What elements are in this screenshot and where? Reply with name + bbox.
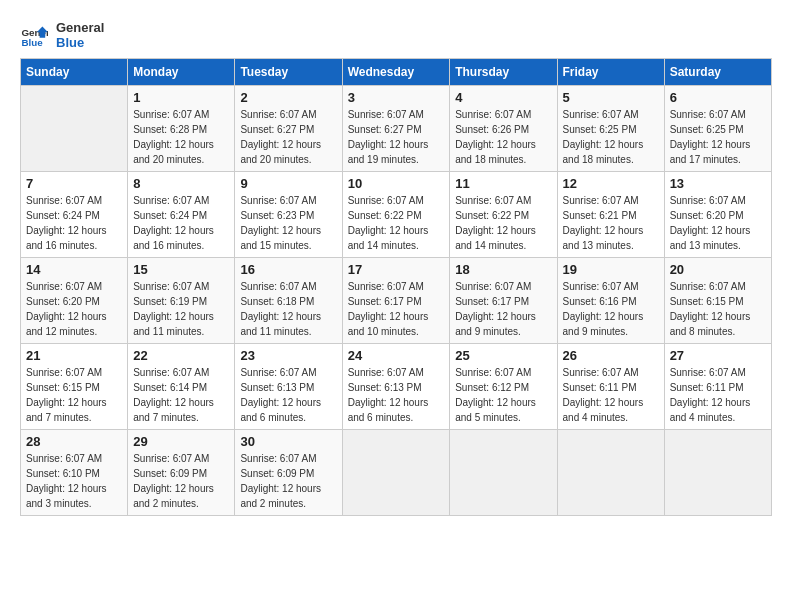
day-info: Sunrise: 6:07 AM Sunset: 6:25 PM Dayligh… [563, 107, 659, 167]
calendar-cell: 7Sunrise: 6:07 AM Sunset: 6:24 PM Daylig… [21, 172, 128, 258]
day-info: Sunrise: 6:07 AM Sunset: 6:20 PM Dayligh… [26, 279, 122, 339]
day-number: 12 [563, 176, 659, 191]
column-header-monday: Monday [128, 59, 235, 86]
calendar-cell: 2Sunrise: 6:07 AM Sunset: 6:27 PM Daylig… [235, 86, 342, 172]
calendar-cell: 22Sunrise: 6:07 AM Sunset: 6:14 PM Dayli… [128, 344, 235, 430]
calendar-week-row: 1Sunrise: 6:07 AM Sunset: 6:28 PM Daylig… [21, 86, 772, 172]
calendar-cell: 14Sunrise: 6:07 AM Sunset: 6:20 PM Dayli… [21, 258, 128, 344]
day-number: 28 [26, 434, 122, 449]
day-info: Sunrise: 6:07 AM Sunset: 6:09 PM Dayligh… [240, 451, 336, 511]
column-header-saturday: Saturday [664, 59, 771, 86]
day-number: 22 [133, 348, 229, 363]
day-number: 29 [133, 434, 229, 449]
day-info: Sunrise: 6:07 AM Sunset: 6:15 PM Dayligh… [670, 279, 766, 339]
day-number: 3 [348, 90, 445, 105]
calendar-cell: 17Sunrise: 6:07 AM Sunset: 6:17 PM Dayli… [342, 258, 450, 344]
day-number: 25 [455, 348, 551, 363]
day-number: 7 [26, 176, 122, 191]
day-info: Sunrise: 6:07 AM Sunset: 6:22 PM Dayligh… [348, 193, 445, 253]
day-info: Sunrise: 6:07 AM Sunset: 6:28 PM Dayligh… [133, 107, 229, 167]
calendar-cell: 13Sunrise: 6:07 AM Sunset: 6:20 PM Dayli… [664, 172, 771, 258]
day-number: 16 [240, 262, 336, 277]
day-number: 19 [563, 262, 659, 277]
day-number: 26 [563, 348, 659, 363]
day-info: Sunrise: 6:07 AM Sunset: 6:17 PM Dayligh… [348, 279, 445, 339]
day-info: Sunrise: 6:07 AM Sunset: 6:24 PM Dayligh… [26, 193, 122, 253]
calendar-cell: 18Sunrise: 6:07 AM Sunset: 6:17 PM Dayli… [450, 258, 557, 344]
day-number: 18 [455, 262, 551, 277]
calendar-cell [450, 430, 557, 516]
day-info: Sunrise: 6:07 AM Sunset: 6:27 PM Dayligh… [240, 107, 336, 167]
day-info: Sunrise: 6:07 AM Sunset: 6:13 PM Dayligh… [240, 365, 336, 425]
day-number: 27 [670, 348, 766, 363]
calendar-cell: 12Sunrise: 6:07 AM Sunset: 6:21 PM Dayli… [557, 172, 664, 258]
day-number: 11 [455, 176, 551, 191]
calendar-cell: 5Sunrise: 6:07 AM Sunset: 6:25 PM Daylig… [557, 86, 664, 172]
calendar-cell: 6Sunrise: 6:07 AM Sunset: 6:25 PM Daylig… [664, 86, 771, 172]
calendar-cell: 16Sunrise: 6:07 AM Sunset: 6:18 PM Dayli… [235, 258, 342, 344]
calendar-cell: 1Sunrise: 6:07 AM Sunset: 6:28 PM Daylig… [128, 86, 235, 172]
calendar-cell: 4Sunrise: 6:07 AM Sunset: 6:26 PM Daylig… [450, 86, 557, 172]
calendar-cell [664, 430, 771, 516]
calendar-cell: 9Sunrise: 6:07 AM Sunset: 6:23 PM Daylig… [235, 172, 342, 258]
day-number: 20 [670, 262, 766, 277]
day-number: 17 [348, 262, 445, 277]
logo-icon: General Blue [20, 21, 48, 49]
calendar-cell: 21Sunrise: 6:07 AM Sunset: 6:15 PM Dayli… [21, 344, 128, 430]
calendar-cell: 23Sunrise: 6:07 AM Sunset: 6:13 PM Dayli… [235, 344, 342, 430]
day-info: Sunrise: 6:07 AM Sunset: 6:11 PM Dayligh… [670, 365, 766, 425]
calendar-cell: 30Sunrise: 6:07 AM Sunset: 6:09 PM Dayli… [235, 430, 342, 516]
calendar-cell: 24Sunrise: 6:07 AM Sunset: 6:13 PM Dayli… [342, 344, 450, 430]
day-info: Sunrise: 6:07 AM Sunset: 6:12 PM Dayligh… [455, 365, 551, 425]
calendar-cell: 11Sunrise: 6:07 AM Sunset: 6:22 PM Dayli… [450, 172, 557, 258]
day-info: Sunrise: 6:07 AM Sunset: 6:21 PM Dayligh… [563, 193, 659, 253]
day-info: Sunrise: 6:07 AM Sunset: 6:27 PM Dayligh… [348, 107, 445, 167]
day-info: Sunrise: 6:07 AM Sunset: 6:17 PM Dayligh… [455, 279, 551, 339]
day-number: 4 [455, 90, 551, 105]
day-number: 6 [670, 90, 766, 105]
day-info: Sunrise: 6:07 AM Sunset: 6:15 PM Dayligh… [26, 365, 122, 425]
day-number: 9 [240, 176, 336, 191]
day-number: 14 [26, 262, 122, 277]
day-info: Sunrise: 6:07 AM Sunset: 6:20 PM Dayligh… [670, 193, 766, 253]
calendar-cell: 3Sunrise: 6:07 AM Sunset: 6:27 PM Daylig… [342, 86, 450, 172]
day-info: Sunrise: 6:07 AM Sunset: 6:25 PM Dayligh… [670, 107, 766, 167]
column-header-tuesday: Tuesday [235, 59, 342, 86]
svg-text:Blue: Blue [21, 37, 43, 48]
day-number: 21 [26, 348, 122, 363]
calendar-cell: 26Sunrise: 6:07 AM Sunset: 6:11 PM Dayli… [557, 344, 664, 430]
day-info: Sunrise: 6:07 AM Sunset: 6:22 PM Dayligh… [455, 193, 551, 253]
calendar-week-row: 7Sunrise: 6:07 AM Sunset: 6:24 PM Daylig… [21, 172, 772, 258]
day-number: 2 [240, 90, 336, 105]
day-info: Sunrise: 6:07 AM Sunset: 6:14 PM Dayligh… [133, 365, 229, 425]
day-info: Sunrise: 6:07 AM Sunset: 6:10 PM Dayligh… [26, 451, 122, 511]
calendar-cell: 28Sunrise: 6:07 AM Sunset: 6:10 PM Dayli… [21, 430, 128, 516]
day-info: Sunrise: 6:07 AM Sunset: 6:09 PM Dayligh… [133, 451, 229, 511]
column-header-wednesday: Wednesday [342, 59, 450, 86]
calendar-cell: 29Sunrise: 6:07 AM Sunset: 6:09 PM Dayli… [128, 430, 235, 516]
column-header-friday: Friday [557, 59, 664, 86]
day-info: Sunrise: 6:07 AM Sunset: 6:11 PM Dayligh… [563, 365, 659, 425]
day-number: 15 [133, 262, 229, 277]
header: General Blue General Blue [20, 20, 772, 50]
calendar-cell [557, 430, 664, 516]
calendar-cell: 25Sunrise: 6:07 AM Sunset: 6:12 PM Dayli… [450, 344, 557, 430]
day-number: 13 [670, 176, 766, 191]
calendar-cell: 20Sunrise: 6:07 AM Sunset: 6:15 PM Dayli… [664, 258, 771, 344]
calendar-week-row: 14Sunrise: 6:07 AM Sunset: 6:20 PM Dayli… [21, 258, 772, 344]
calendar-cell [342, 430, 450, 516]
calendar-cell: 8Sunrise: 6:07 AM Sunset: 6:24 PM Daylig… [128, 172, 235, 258]
day-info: Sunrise: 6:07 AM Sunset: 6:16 PM Dayligh… [563, 279, 659, 339]
calendar-cell: 27Sunrise: 6:07 AM Sunset: 6:11 PM Dayli… [664, 344, 771, 430]
logo: General Blue General Blue [20, 20, 104, 50]
calendar-cell [21, 86, 128, 172]
day-info: Sunrise: 6:07 AM Sunset: 6:13 PM Dayligh… [348, 365, 445, 425]
logo-general: General [56, 20, 104, 35]
column-header-sunday: Sunday [21, 59, 128, 86]
day-info: Sunrise: 6:07 AM Sunset: 6:24 PM Dayligh… [133, 193, 229, 253]
calendar-cell: 15Sunrise: 6:07 AM Sunset: 6:19 PM Dayli… [128, 258, 235, 344]
day-number: 23 [240, 348, 336, 363]
calendar-table: SundayMondayTuesdayWednesdayThursdayFrid… [20, 58, 772, 516]
day-number: 10 [348, 176, 445, 191]
calendar-header-row: SundayMondayTuesdayWednesdayThursdayFrid… [21, 59, 772, 86]
